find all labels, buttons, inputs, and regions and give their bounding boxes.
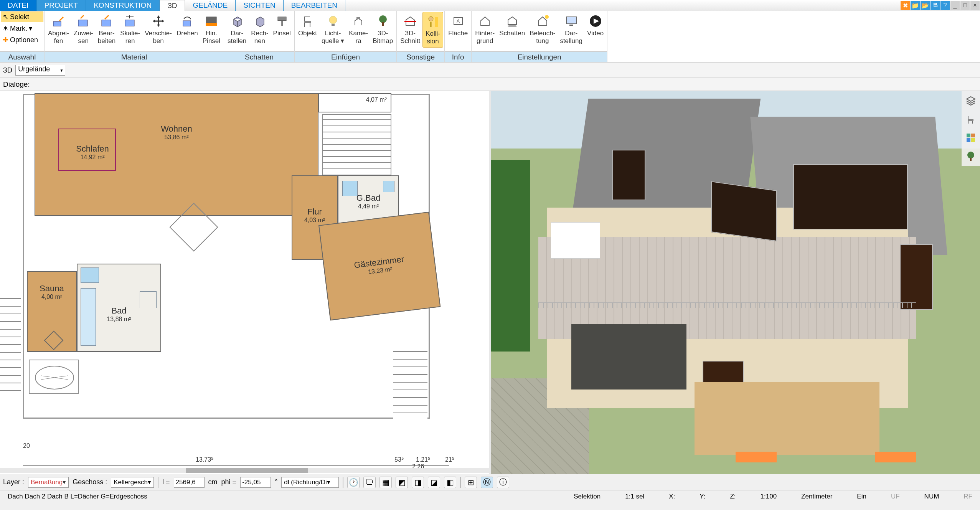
diag3-icon[interactable]: ◧ [444,477,456,488]
diag-icon[interactable]: ◩ [396,477,408,488]
marker-icon: ✶ [3,24,8,33]
clock-icon[interactable]: 🕐 [347,477,360,488]
assign-icon [76,13,91,29]
flaeche-button[interactable]: AFläche [446,12,470,47]
folder-icon[interactable]: 📁 [911,1,920,10]
3dbitmap-button[interactable]: 3D-Bitmap [370,12,395,47]
layers-icon[interactable] [964,94,978,108]
hintergrund-button[interactable]: Hinter-grund [473,12,497,47]
lighting-icon [535,13,550,29]
layer-icon[interactable]: ◨ [412,477,424,488]
status-scale: 1:100 [756,493,782,500]
svg-rect-15 [435,17,438,27]
abgreifen-button[interactable]: Abgrei-fen [46,12,71,47]
close-icon[interactable]: × [970,1,980,10]
svg-rect-13 [382,22,384,26]
geschoss-label: Geschoss : [73,478,107,486]
play-icon [588,13,603,29]
selekt-button[interactable]: ↖Selekt [1,12,43,22]
svg-rect-21 [569,25,573,26]
svg-point-29 [967,152,974,158]
layer-label: Layer : [3,478,24,486]
menu-konstruktion[interactable]: KONSTRUKTION [86,0,160,11]
dim-20: 20 [23,442,30,449]
shadow-icon [505,13,520,29]
status-num: NUM [920,493,944,500]
chair-side-icon[interactable] [964,112,978,126]
plan-2d-view[interactable]: Wohnen 53,86 m² Schlafen 14,92 m² 4,07 m… [0,91,489,474]
status-x: X: [664,493,680,500]
cube-icon [229,13,245,29]
mark-button[interactable]: ✶Mark. ▾ [1,23,43,34]
verschieben-button[interactable]: Verschie-ben [142,12,174,47]
darstellen-button[interactable]: Dar-stellen [225,12,249,47]
status-left: Dach Dach 2 Dach B L=Dächer G=Erdgeschos… [3,493,152,500]
bulb-icon [325,13,341,29]
kollision-button[interactable]: Kolli-sion [422,12,443,48]
cm-label: cm [208,478,218,486]
3dschnitt-button[interactable]: 3D-Schnitt [398,12,422,47]
print-icon[interactable]: 🖶 [931,1,940,10]
menu-gelaende[interactable]: GELÄNDE [185,0,236,11]
help-icon[interactable]: ? [940,1,950,10]
horizontal-scrollbar[interactable] [0,468,489,473]
objekt-button[interactable]: Objekt [296,12,319,47]
info-icon[interactable]: ⓘ [497,477,509,488]
optionen-button[interactable]: ✚Optionen [1,35,43,45]
phi-input[interactable] [240,477,271,488]
ribbon-group-info: AFläche Info [445,11,472,62]
ribbon: ↖Selekt ✶Mark. ▾ ✚Optionen Auswahl Abgre… [0,11,980,63]
status-rf: RF [959,493,977,500]
room-gaeste: Gästezimmer 13,23 m² [318,212,441,320]
schatten-button[interactable]: Schatten [497,12,527,47]
dl-dropdown[interactable]: dl (Richtung/Di▾ [281,477,339,488]
secondary-bar: 3D Urgelände▼ [0,63,980,78]
dim-121: 1.21⁵ [416,456,430,463]
status-bar: Dach Dach 2 Dach B L=Dächer G=Erdgeschos… [0,490,980,502]
tools-icon[interactable]: ✖ [901,1,910,10]
svg-rect-3 [125,20,134,26]
l-input[interactable] [174,477,205,488]
menu-bar: DATEI PROJEKT KONSTRUKTION 3D GELÄNDE SI… [0,0,980,11]
svg-point-12 [379,15,387,23]
diag2-icon[interactable]: ◪ [428,477,440,488]
menu-datei[interactable]: DATEI [0,0,37,11]
darstellung-button[interactable]: Dar-stellung [558,12,585,47]
open-icon[interactable]: 📂 [921,1,930,10]
kamera-button[interactable]: Kame-ra [346,12,370,47]
plan-3d-view[interactable] [491,91,980,474]
tree-side-icon[interactable] [964,149,978,163]
menu-3d[interactable]: 3D [160,0,185,11]
plus-icon: ✚ [3,36,8,44]
screen-icon[interactable]: 🖵 [363,477,376,488]
svg-rect-4 [183,21,191,26]
lichtquelle-button[interactable]: Licht-quelle ▾ [319,12,346,47]
pinsel-button[interactable]: Pinsel [271,12,293,47]
group-label-einstellungen: Einstellungen [472,51,607,62]
workspace: Wohnen 53,86 m² Schlafen 14,92 m² 4,07 m… [0,91,980,474]
palette-icon[interactable] [964,131,978,145]
ribbon-group-sonstige: 3D-Schnitt Kolli-sion Sonstige [397,11,445,62]
snap-icon[interactable]: Ⓝ [481,477,493,488]
ribbon-group-einfuegen: Objekt Licht-quelle ▾ Kame-ra 3D-Bitmap … [295,11,397,62]
drehen-button[interactable]: Drehen [174,12,200,47]
phi-label: phi = [221,478,237,486]
ribbon-group-material: Abgrei-fen Zuwei-sen Bear-beiten Skalie-… [45,11,224,62]
beleuchtung-button[interactable]: Beleuch-tung [527,12,558,47]
grid-icon[interactable]: ⊞ [465,477,477,488]
zuweisen-button[interactable]: Zuwei-sen [71,12,96,47]
hinpinsel-button[interactable]: Hin.Pinsel [200,12,223,47]
geschoss-dropdown[interactable]: Kellergesch ▾ [111,477,154,488]
maximize-icon[interactable]: □ [960,1,970,10]
boxes-icon[interactable]: ▦ [379,477,392,488]
layer-dropdown[interactable]: Bemaßung ▾ [28,477,69,488]
video-button[interactable]: Video [585,12,606,47]
urgelaende-dropdown[interactable]: Urgelände▼ [15,65,65,76]
menu-sichten[interactable]: SICHTEN [236,0,283,11]
skalieren-button[interactable]: Skalie-ren [118,12,142,47]
menu-bearbeiten[interactable]: BEARBEITEN [284,0,345,11]
rechnen-button[interactable]: Rech-nen [249,12,271,47]
bearbeiten-button[interactable]: Bear-beiten [96,12,118,47]
minimize-icon[interactable]: _ [950,1,960,10]
menu-projekt[interactable]: PROJEKT [37,0,86,11]
